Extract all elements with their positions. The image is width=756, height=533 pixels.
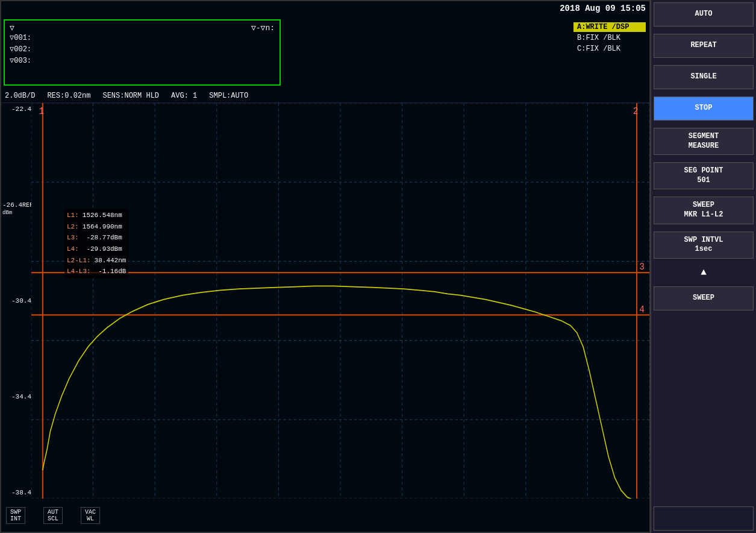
marker-info: L1: L1: 1526.548nm 1526.548nm L2: 1564.9… bbox=[64, 209, 128, 279]
scale-value: 2.0dB/D bbox=[5, 92, 35, 100]
avg-value: AVG: 1 bbox=[171, 92, 197, 100]
channel-c: C:FIX /BLK bbox=[573, 44, 646, 54]
trace-box: ▽ ▽-▽n: ▽001: ▽002: ▽003: bbox=[4, 19, 281, 86]
l1-label: L1: bbox=[67, 210, 79, 221]
auto-button[interactable]: AUTO bbox=[654, 2, 754, 27]
l2l1-label: L2-L1: bbox=[67, 255, 91, 266]
marker-l3-line: L3: -28.77dBm bbox=[67, 232, 126, 244]
l3-label: L3: bbox=[67, 232, 79, 244]
trace-v003: ▽003: bbox=[10, 55, 275, 67]
y-label-5: -38.4 bbox=[2, 489, 31, 496]
sweep-mkr-button[interactable]: SWEEP MKR L1-L2 bbox=[654, 197, 754, 224]
y-axis: -22.4 -26.4REF dBm -30.4 -34.4 -38.4 bbox=[1, 103, 33, 499]
display-area: 2018 Aug 09 15:05 A:WRITE /DSP B:FIX /BL… bbox=[0, 0, 651, 533]
status-vac: VAC WL bbox=[81, 507, 100, 524]
status-swp: SWP INT bbox=[6, 507, 25, 524]
l4-label: L4: bbox=[67, 244, 79, 255]
trace-v001: ▽001: bbox=[10, 33, 275, 44]
l2-label: L2: bbox=[67, 221, 79, 233]
repeat-button[interactable]: REPEAT bbox=[654, 34, 754, 58]
status-aut: AUT SCL bbox=[43, 507, 63, 524]
datetime: 2018 Aug 09 15:05 bbox=[560, 4, 646, 13]
sens-value: SENS:NORM HLD bbox=[102, 92, 159, 100]
y-label-1: -22.4 bbox=[2, 106, 31, 113]
status-bar: SWP INT AUT SCL VAC WL bbox=[1, 499, 649, 532]
channel-a: A:WRITE /DSP bbox=[573, 22, 646, 32]
y-label-2: -26.4REF bbox=[2, 201, 31, 209]
channel-labels: A:WRITE /DSP B:FIX /BLK C:FIX /BLK bbox=[573, 22, 646, 54]
svg-text:1: 1 bbox=[39, 106, 45, 117]
svg-text:3: 3 bbox=[639, 262, 645, 273]
seg-point-button[interactable]: SEG POINT 501 bbox=[654, 162, 754, 189]
up-arrow-icon: ▲ bbox=[654, 266, 754, 279]
marker-l2-line: L2: 1564.990nm bbox=[67, 221, 126, 233]
svg-text:4: 4 bbox=[639, 304, 645, 315]
channel-b: B:FIX /BLK bbox=[573, 33, 646, 43]
sidebar: AUTO REPEAT SINGLE STOP SEGMENT MEASURE … bbox=[651, 0, 756, 533]
sweep-button[interactable]: SWEEP bbox=[654, 286, 754, 311]
marker-l4l3-line: L4-L3: -1.16dB bbox=[67, 266, 126, 277]
segment-measure-button[interactable]: SEGMENT MEASURE bbox=[654, 128, 754, 155]
single-button[interactable]: SINGLE bbox=[654, 65, 754, 89]
y-label-4: -34.4 bbox=[2, 393, 31, 400]
scale-row: 2.0dB/D RES:0.02nm SENS:NORM HLD AVG: 1 … bbox=[1, 89, 649, 103]
graph-svg: 1 2 3 4 bbox=[31, 103, 649, 499]
marker-l1-line: L1: L1: 1526.548nm 1526.548nm bbox=[67, 210, 126, 221]
trace-v002: ▽002: bbox=[10, 44, 275, 55]
nabla-symbol: ▽ bbox=[10, 23, 14, 33]
l4l3-label: L4-L3: bbox=[67, 266, 91, 277]
marker-l2l1-line: L2-L1: 38.442nm bbox=[67, 255, 126, 266]
stop-button[interactable]: STOP bbox=[654, 96, 754, 121]
nabla-diff: ▽-▽n: bbox=[251, 23, 275, 33]
graph-container: 1 2 3 4 L1: L1: 1526.548nm 1526.548nm L2… bbox=[31, 103, 649, 499]
smpl-value: SMPL:AUTO bbox=[209, 92, 248, 100]
swp-intvl-button[interactable]: SWP INTVL 1sec bbox=[654, 232, 754, 259]
svg-text:2: 2 bbox=[633, 106, 639, 117]
main-container: 2018 Aug 09 15:05 A:WRITE /DSP B:FIX /BL… bbox=[0, 0, 756, 533]
res-value: RES:0.02nm bbox=[47, 92, 90, 100]
marker-l4-line: L4: -29.93dBm bbox=[67, 244, 126, 255]
y-label-3: -30.4 bbox=[2, 297, 31, 304]
